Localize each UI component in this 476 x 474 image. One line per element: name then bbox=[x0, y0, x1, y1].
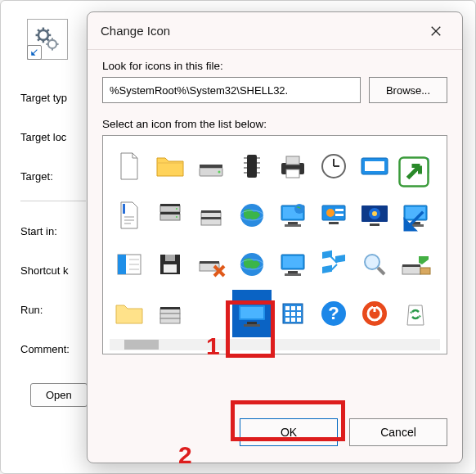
document-text-icon bbox=[113, 199, 146, 232]
overlay-icon bbox=[397, 205, 430, 237]
icon-hard-drive[interactable] bbox=[191, 142, 231, 190]
icon-server-stack[interactable] bbox=[150, 192, 190, 239]
panel-layout-icon bbox=[113, 248, 146, 281]
shortcut-icon-preview bbox=[27, 19, 68, 60]
icon-folder[interactable] bbox=[150, 142, 190, 190]
icon-chip[interactable] bbox=[232, 142, 272, 190]
shortcut-overlay-icon bbox=[27, 45, 42, 60]
icon-monitor-small[interactable] bbox=[273, 241, 312, 288]
icon-document-text[interactable] bbox=[110, 192, 149, 239]
power-circle-icon bbox=[358, 297, 391, 330]
icon-magnifier[interactable] bbox=[355, 241, 394, 288]
icon-apps-grid[interactable] bbox=[273, 290, 312, 337]
printer-icon bbox=[276, 150, 309, 183]
chip-icon bbox=[236, 150, 268, 183]
close-button[interactable] bbox=[423, 18, 449, 44]
scrollbar[interactable] bbox=[110, 339, 440, 350]
ok-button[interactable]: OK bbox=[240, 418, 338, 446]
globe-small-icon bbox=[236, 248, 268, 281]
dialog-titlebar[interactable]: Change Icon bbox=[88, 12, 462, 50]
open-file-location-button[interactable]: Open bbox=[30, 383, 88, 407]
icon-network-nodes[interactable] bbox=[314, 241, 353, 288]
blank-file-icon bbox=[113, 150, 146, 183]
icon-drive-stack[interactable] bbox=[191, 192, 231, 239]
drive-stack-icon bbox=[195, 199, 227, 232]
hard-drive-icon bbox=[195, 150, 227, 183]
folder-icon bbox=[154, 150, 186, 183]
globe-icon bbox=[236, 199, 268, 232]
icon-folder-empty[interactable] bbox=[110, 290, 149, 337]
drive-stack2-icon bbox=[154, 297, 186, 330]
icon-drive-delete[interactable] bbox=[191, 241, 231, 288]
close-icon bbox=[430, 25, 442, 37]
select-icon-label: Select an icon from the list below: bbox=[102, 118, 447, 130]
icon-window-share[interactable] bbox=[396, 142, 435, 190]
icon-monitor-wide[interactable] bbox=[232, 290, 272, 337]
icon-panel-layout[interactable] bbox=[110, 241, 149, 288]
icon-clock[interactable] bbox=[314, 142, 353, 190]
icon-list bbox=[102, 135, 447, 354]
monitor-wide-icon bbox=[236, 297, 268, 330]
network-nodes-icon bbox=[317, 248, 350, 281]
window-blue-icon bbox=[358, 150, 391, 183]
clock-icon bbox=[317, 150, 350, 183]
monitor-globe-icon bbox=[276, 199, 309, 232]
overlay-icon bbox=[397, 156, 430, 188]
icon-recycle[interactable] bbox=[396, 290, 435, 337]
icon-monitor-share[interactable] bbox=[396, 192, 435, 239]
cancel-button[interactable]: Cancel bbox=[349, 418, 447, 446]
icon-monitor-globe[interactable] bbox=[273, 192, 312, 239]
icon-drive-arrow[interactable] bbox=[396, 241, 435, 288]
icon-power-circle[interactable] bbox=[355, 290, 394, 337]
apps-grid-icon bbox=[276, 297, 309, 330]
icon-globe-small[interactable] bbox=[232, 241, 272, 288]
server-stack-icon bbox=[154, 199, 186, 232]
floppy-icon bbox=[154, 248, 186, 281]
monitor-blue-icon bbox=[358, 199, 391, 232]
icon-monitor-settings[interactable] bbox=[314, 192, 353, 239]
look-for-label: Look for icons in this file: bbox=[102, 60, 447, 72]
folder-empty-icon bbox=[113, 297, 146, 330]
icon-window-blue[interactable] bbox=[355, 142, 394, 190]
icon-floppy[interactable] bbox=[150, 241, 190, 288]
icon--[interactable] bbox=[191, 290, 231, 337]
icon-drive-stack2[interactable] bbox=[150, 290, 190, 337]
icon-path-input[interactable] bbox=[102, 77, 361, 103]
icon-printer[interactable] bbox=[273, 142, 312, 190]
drive-delete-icon bbox=[195, 248, 227, 281]
drive-arrow-icon bbox=[399, 248, 432, 281]
monitor-small-icon bbox=[276, 248, 309, 281]
monitor-settings-icon bbox=[317, 199, 350, 232]
browse-button[interactable]: Browse... bbox=[369, 77, 447, 103]
recycle-icon bbox=[399, 297, 432, 330]
scrollbar-thumb[interactable] bbox=[124, 340, 159, 350]
dialog-title: Change Icon bbox=[101, 24, 423, 38]
icon-help-circle[interactable] bbox=[314, 290, 353, 337]
icon-monitor-blue[interactable] bbox=[355, 192, 394, 239]
icon-globe[interactable] bbox=[232, 192, 272, 239]
icon-blank-file[interactable] bbox=[110, 142, 149, 190]
change-icon-dialog: Change Icon Look for icons in this file:… bbox=[87, 11, 463, 463]
help-circle-icon bbox=[317, 297, 350, 330]
magnifier-icon bbox=[358, 248, 391, 281]
